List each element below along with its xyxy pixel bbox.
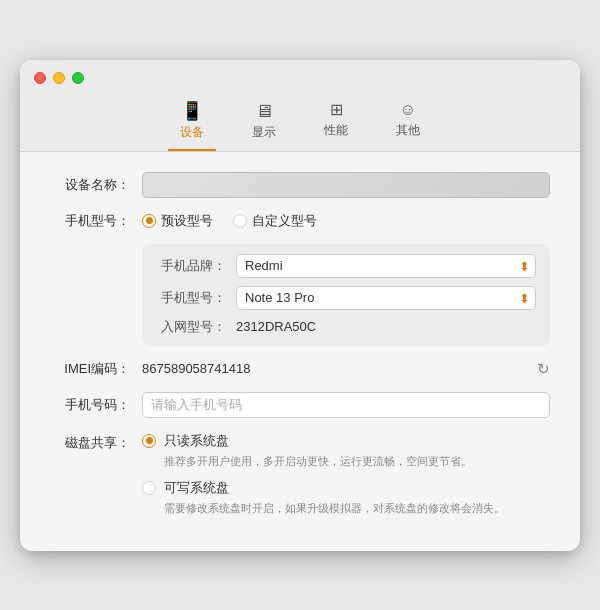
- readonly-desc: 推荐多开用户使用，多开启动更快，运行更流畅，空间更节省。: [164, 453, 472, 470]
- model-label: 手机型号：: [156, 289, 226, 307]
- phone-number-row: 手机号码：: [50, 392, 550, 418]
- imei-label: IMEI编码：: [50, 360, 130, 378]
- tab-display-label: 显示: [252, 124, 276, 141]
- minimize-button[interactable]: [53, 72, 65, 84]
- model-type-radio-group: 预设型号 自定义型号: [142, 212, 317, 230]
- traffic-lights: [34, 72, 566, 84]
- tab-performance[interactable]: ⊞ 性能: [312, 96, 360, 151]
- network-value: 2312DRA50C: [236, 319, 316, 334]
- tab-device-label: 设备: [180, 124, 204, 141]
- writable-title: 可写系统盘: [164, 479, 505, 497]
- tab-bar: 📱 设备 🖥 显示 ⊞ 性能 ☺ 其他: [34, 96, 566, 151]
- brand-select[interactable]: Redmi Xiaomi Samsung Huawei: [236, 254, 536, 278]
- disk-share-section: 磁盘共享： 只读系统盘 推荐多开用户使用，多开启动更快，运行更流畅，空间更节省。: [50, 432, 550, 517]
- tab-other-label: 其他: [396, 122, 420, 139]
- display-tab-icon: 🖥: [255, 102, 273, 120]
- device-tab-icon: 📱: [181, 102, 203, 120]
- phone-number-label: 手机号码：: [50, 396, 130, 414]
- writable-option: 可写系统盘 需要修改系统盘时开启，如果升级模拟器，对系统盘的修改将会消失。: [142, 479, 550, 517]
- close-button[interactable]: [34, 72, 46, 84]
- readonly-radio-dot[interactable]: [142, 434, 156, 448]
- maximize-button[interactable]: [72, 72, 84, 84]
- writable-radio-dot[interactable]: [142, 481, 156, 495]
- tab-display[interactable]: 🖥 显示: [240, 96, 288, 151]
- phone-number-input[interactable]: [142, 392, 550, 418]
- device-name-row: 设备名称：: [50, 172, 550, 198]
- writable-desc: 需要修改系统盘时开启，如果升级模拟器，对系统盘的修改将会消失。: [164, 500, 505, 517]
- custom-radio-dot: [233, 214, 247, 228]
- device-name-label: 设备名称：: [50, 176, 130, 194]
- model-sub-panel: 手机品牌： Redmi Xiaomi Samsung Huawei ⬍ 手机型号…: [142, 244, 550, 346]
- network-label: 入网型号：: [156, 318, 226, 336]
- custom-model-label: 自定义型号: [252, 212, 317, 230]
- imei-row: IMEI编码： 867589058741418 ↻: [50, 360, 550, 378]
- readonly-option: 只读系统盘 推荐多开用户使用，多开启动更快，运行更流畅，空间更节省。: [142, 432, 550, 470]
- other-tab-icon: ☺: [400, 102, 416, 118]
- network-model-row: 入网型号： 2312DRA50C: [156, 318, 536, 336]
- tab-other[interactable]: ☺ 其他: [384, 96, 432, 151]
- refresh-icon[interactable]: ↻: [537, 360, 550, 378]
- disk-label-area: 磁盘共享： 只读系统盘 推荐多开用户使用，多开启动更快，运行更流畅，空间更节省。: [50, 432, 550, 517]
- model-select[interactable]: Note 13 Pro Note 13 Note 12 Pro Note 12: [236, 286, 536, 310]
- writable-content: 可写系统盘 需要修改系统盘时开启，如果升级模拟器，对系统盘的修改将会消失。: [164, 479, 505, 517]
- disk-options: 只读系统盘 推荐多开用户使用，多开启动更快，运行更流畅，空间更节省。 可写系统盘…: [142, 432, 550, 517]
- readonly-title: 只读系统盘: [164, 432, 472, 450]
- main-window: 📱 设备 🖥 显示 ⊞ 性能 ☺ 其他 设备名称： 手机型号：: [20, 60, 580, 551]
- performance-tab-icon: ⊞: [330, 102, 343, 118]
- imei-value: 867589058741418: [142, 361, 529, 376]
- brand-row: 手机品牌： Redmi Xiaomi Samsung Huawei ⬍: [156, 254, 536, 278]
- content-area: 设备名称： 手机型号： 预设型号 自定义型号: [20, 152, 580, 551]
- tab-device[interactable]: 📱 设备: [168, 96, 216, 151]
- preset-model-option[interactable]: 预设型号: [142, 212, 213, 230]
- disk-share-label: 磁盘共享：: [50, 432, 130, 452]
- model-row: 手机型号： Note 13 Pro Note 13 Note 12 Pro No…: [156, 286, 536, 310]
- tab-performance-label: 性能: [324, 122, 348, 139]
- preset-radio-dot: [142, 214, 156, 228]
- model-select-wrapper: Note 13 Pro Note 13 Note 12 Pro Note 12 …: [236, 286, 536, 310]
- phone-model-label: 手机型号：: [50, 212, 130, 230]
- preset-model-label: 预设型号: [161, 212, 213, 230]
- readonly-content: 只读系统盘 推荐多开用户使用，多开启动更快，运行更流畅，空间更节省。: [164, 432, 472, 470]
- brand-label: 手机品牌：: [156, 257, 226, 275]
- custom-model-option[interactable]: 自定义型号: [233, 212, 317, 230]
- device-name-input[interactable]: [142, 172, 550, 198]
- titlebar: 📱 设备 🖥 显示 ⊞ 性能 ☺ 其他: [20, 60, 580, 152]
- phone-model-type-row: 手机型号： 预设型号 自定义型号: [50, 212, 550, 230]
- brand-select-wrapper: Redmi Xiaomi Samsung Huawei ⬍: [236, 254, 536, 278]
